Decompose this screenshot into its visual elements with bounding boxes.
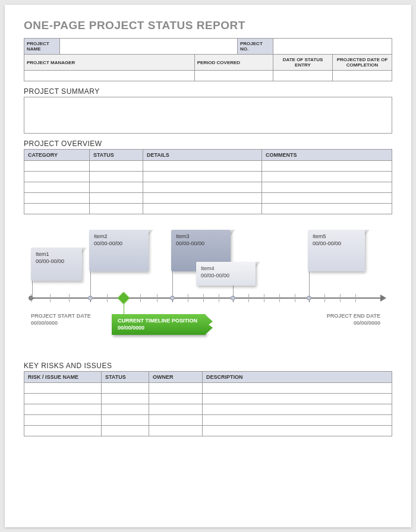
tick [264, 294, 264, 302]
tick [107, 294, 108, 302]
start-label-text: PROJECT START DATE [31, 313, 91, 320]
col-risk-status: STATUS [102, 372, 149, 383]
project-no-label: PROJECT NO. [238, 39, 273, 55]
start-date-text: 00/00/0000 [31, 320, 91, 327]
tick [324, 294, 325, 302]
col-status: STATUS [90, 150, 143, 161]
timeline-callout-item1: Item1 00/00-00/00 [31, 248, 82, 281]
table-row[interactable] [24, 426, 392, 436]
tick [355, 294, 356, 302]
date-status-label: DATE OF STATUS ENTRY [273, 55, 333, 71]
projected-completion-field[interactable] [333, 71, 392, 81]
timeline-callout-item5: Item5 00/00-00/00 [308, 230, 365, 271]
current-line [124, 302, 124, 314]
projected-completion-label: PROJECTED DATE OF COMPLETION [333, 55, 392, 71]
project-no-field[interactable] [273, 39, 392, 55]
project-manager-field[interactable] [24, 71, 195, 81]
tick [203, 294, 204, 302]
page-title: ONE-PAGE PROJECT STATUS REPORT [24, 19, 392, 32]
table-row[interactable] [24, 182, 392, 193]
table-row[interactable] [24, 161, 392, 172]
col-risk-name: RISK / ISSUE NAME [24, 372, 102, 383]
callout-title: Item4 [201, 265, 251, 273]
col-comments: COMMENTS [262, 150, 392, 161]
period-covered-label: PERIOD COVERED [194, 55, 273, 71]
table-row[interactable] [24, 404, 392, 415]
timeline-start-label: PROJECT START DATE 00/00/0000 [31, 313, 91, 327]
timeline-current-position: CURRENT TIMELINE POSITION 00/00/0000 [112, 314, 206, 335]
table-row[interactable] [24, 383, 392, 394]
tick [140, 294, 141, 302]
callout-date: 00/00-00/00 [36, 258, 77, 265]
callout-title: Item3 [176, 233, 226, 240]
project-header-table: PROJECT NAME PROJECT NO. PROJECT MANAGER… [24, 38, 392, 81]
current-label: CURRENT TIMELINE POSITION [118, 318, 197, 325]
tick [188, 294, 188, 302]
project-name-field[interactable] [60, 39, 238, 55]
callout-date: 00/00-00/00 [313, 240, 360, 248]
tick [248, 294, 249, 302]
table-row[interactable] [24, 415, 392, 426]
tick [219, 294, 219, 302]
table-row[interactable] [24, 172, 392, 182]
tick [340, 294, 341, 302]
table-row[interactable] [24, 204, 392, 214]
callout-date: 00/00-00/00 [201, 273, 251, 280]
timeline-callout-item4: Item4 00/00-00/00 [196, 262, 256, 286]
callout-line [233, 286, 234, 297]
callout-line [32, 281, 33, 297]
date-status-field[interactable] [273, 71, 333, 81]
tick [50, 294, 51, 302]
callout-title: Item5 [313, 233, 360, 240]
project-manager-label: PROJECT MANAGER [24, 55, 195, 71]
end-date-text: 00/00/0000 [327, 320, 380, 327]
end-label-text: PROJECT END DATE [327, 313, 380, 320]
project-overview-title: PROJECT OVERVIEW [24, 140, 392, 148]
timeline-callout-item2: Item2 00/00-00/00 [89, 230, 149, 271]
table-row[interactable] [24, 394, 392, 404]
timeline-end-label: PROJECT END DATE 00/00/0000 [327, 313, 380, 327]
callout-line [172, 271, 173, 297]
period-covered-field[interactable] [194, 71, 273, 81]
callout-line [309, 271, 310, 297]
timeline-axis [30, 297, 380, 299]
col-risk-owner: OWNER [149, 372, 203, 383]
project-overview-table: CATEGORY STATUS DETAILS COMMENTS [24, 149, 392, 214]
key-risks-title: KEY RISKS AND ISSUES [24, 362, 392, 370]
callout-line [90, 271, 91, 297]
current-date: 00/00/0000 [118, 325, 197, 332]
col-category: CATEGORY [24, 150, 90, 161]
project-summary-box[interactable] [24, 97, 392, 134]
col-details: DETAILS [143, 150, 262, 161]
tick [157, 294, 157, 302]
tick [295, 294, 295, 302]
col-risk-description: DESCRIPTION [203, 372, 392, 383]
project-summary-title: PROJECT SUMMARY [24, 87, 392, 96]
project-name-label: PROJECT NAME [24, 39, 60, 55]
arrow-right-icon [380, 294, 386, 302]
document-page: ONE-PAGE PROJECT STATUS REPORT PROJECT N… [5, 5, 411, 527]
callout-date: 00/00-00/00 [176, 240, 226, 248]
table-row[interactable] [24, 193, 392, 204]
callout-title: Item2 [94, 233, 144, 240]
risks-table: RISK / ISSUE NAME STATUS OWNER DESCRIPTI… [24, 371, 392, 436]
callout-date: 00/00-00/00 [94, 240, 144, 248]
tick [279, 294, 280, 302]
tick [69, 294, 70, 302]
timeline: Item1 00/00-00/00 Item2 00/00-00/00 Item… [24, 219, 392, 356]
callout-title: Item1 [36, 251, 77, 258]
